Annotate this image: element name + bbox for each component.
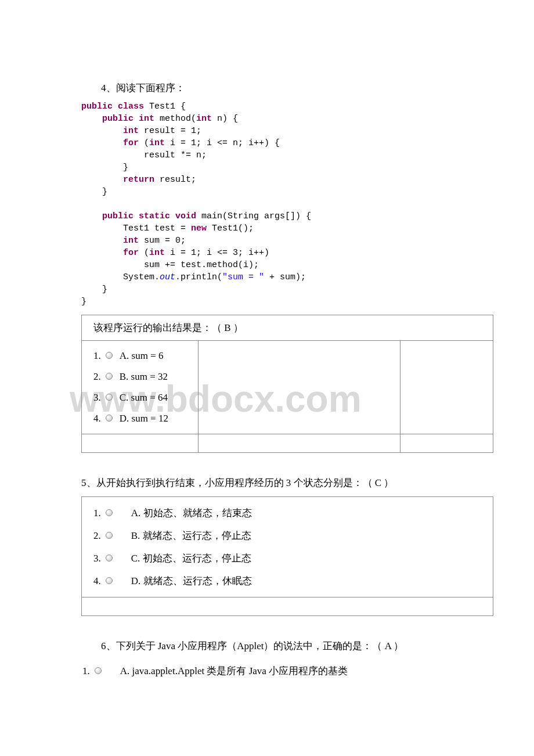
code-text: ( — [139, 248, 149, 258]
option-number: 4. — [93, 575, 101, 587]
kw-public: public — [81, 102, 113, 111]
radio-icon[interactable] — [106, 352, 113, 359]
q5-title: 5、从开始执行到执行结束，小应用程序经历的 3 个状态分别是：（ C ） — [81, 476, 493, 489]
code-text: + sum); — [264, 272, 306, 282]
kw-int: int — [123, 126, 139, 136]
code-text: ( — [139, 138, 149, 148]
empty-cell — [198, 341, 400, 434]
kw-for: for — [123, 248, 139, 258]
code-text: } — [81, 285, 107, 294]
radio-icon[interactable] — [106, 532, 113, 539]
empty-cell — [82, 434, 198, 452]
q5-footer-row — [82, 597, 493, 615]
q5-option-b[interactable]: 2. B. 就绪态、运行态，停止态 — [93, 524, 487, 547]
option-label: C. 初始态、运行态，停止态 — [120, 552, 251, 565]
q4-option-a[interactable]: 1. A. sum = 6 — [93, 345, 186, 366]
kw-return: return — [123, 175, 154, 185]
q4-footer-row — [82, 434, 493, 452]
radio-icon[interactable] — [106, 555, 113, 561]
kw-public: public — [102, 114, 134, 124]
option-number: 3. — [93, 553, 101, 564]
option-number: 2. — [93, 371, 101, 383]
q5-option-d[interactable]: 4. D. 就绪态、运行态，休眠态 — [93, 570, 487, 592]
code-text: n) { — [212, 114, 238, 124]
code-string: "sum = " — [222, 272, 264, 282]
q6-option-a[interactable]: 1. A. java.applet.Applet 类是所有 Java 小应用程序… — [81, 660, 493, 682]
kw-static: static — [139, 211, 170, 221]
code-block: public class Test1 { public int method(i… — [81, 100, 493, 308]
option-number: 1. — [93, 350, 101, 362]
code-text: sum = 0; — [139, 236, 186, 246]
code-text: result *= n; — [81, 150, 207, 160]
q5-option-a[interactable]: 1. A. 初始态、就绪态，结束态 — [93, 502, 487, 524]
code-text: Test1 { — [144, 102, 186, 111]
option-number: 1. — [82, 665, 90, 677]
q4-option-d[interactable]: 4. D. sum = 12 — [93, 408, 186, 429]
radio-icon[interactable] — [95, 667, 102, 674]
radio-icon[interactable] — [106, 373, 113, 380]
option-number: 3. — [93, 392, 101, 404]
empty-cell — [400, 434, 493, 452]
radio-icon[interactable] — [106, 509, 113, 516]
option-label: B. sum = 32 — [120, 371, 168, 383]
code-text: } — [81, 163, 128, 172]
kw-void: void — [175, 211, 196, 221]
q4-answer-box: 该程序运行的输出结果是：（ B ） 1. A. sum = 6 2. B. su… — [81, 315, 493, 453]
kw-int: int — [139, 114, 154, 124]
option-number: 4. — [93, 413, 101, 424]
q5-answer-box: 1. A. 初始态、就绪态，结束态 2. B. 就绪态、运行态，停止态 3. C… — [81, 496, 493, 616]
radio-icon[interactable] — [106, 415, 113, 422]
code-text: result; — [154, 175, 196, 185]
code-text: Test1 test = — [81, 224, 191, 233]
q4-option-b[interactable]: 2. B. sum = 32 — [93, 366, 186, 387]
code-text: .println( — [175, 272, 222, 282]
option-label: D. sum = 12 — [120, 413, 168, 424]
q4-option-c[interactable]: 3. C. sum = 64 — [93, 387, 186, 408]
empty-cell — [400, 341, 493, 434]
q6-title: 6、下列关于 Java 小应用程序（Applet）的说法中，正确的是：（ A ） — [81, 639, 493, 653]
kw-int: int — [196, 114, 212, 124]
option-number: 2. — [93, 530, 101, 542]
option-label: A. 初始态、就绪态，结束态 — [120, 506, 252, 520]
kw-for: for — [123, 138, 139, 148]
kw-int: int — [123, 236, 139, 246]
radio-icon[interactable] — [106, 577, 113, 584]
code-text: i = 1; i <= 3; i++) — [165, 248, 269, 258]
code-text: sum += test.method(i); — [81, 260, 259, 270]
kw-class: class — [118, 102, 144, 111]
option-label: A. sum = 6 — [120, 350, 164, 362]
code-out: out — [160, 272, 175, 282]
kw-new: new — [191, 224, 207, 233]
option-number: 1. — [93, 507, 101, 519]
code-text: } — [81, 297, 86, 307]
code-text: result = 1; — [139, 126, 201, 136]
q4-title: 4、阅读下面程序： — [81, 81, 493, 95]
empty-cell — [198, 434, 400, 452]
code-text: main(String args[]) { — [196, 211, 311, 221]
option-label: C. sum = 64 — [120, 392, 168, 404]
q5-option-c[interactable]: 3. C. 初始态、运行态，停止态 — [93, 547, 487, 570]
code-text: } — [81, 187, 107, 197]
radio-icon[interactable] — [106, 394, 113, 401]
kw-int: int — [149, 138, 165, 148]
code-text: i = 1; i <= n; i++) { — [165, 138, 280, 148]
option-label: A. java.applet.Applet 类是所有 Java 小应用程序的基类 — [109, 664, 348, 678]
code-text: method( — [154, 114, 196, 124]
option-label: D. 就绪态、运行态，休眠态 — [120, 574, 252, 588]
code-text: Test1(); — [207, 224, 254, 233]
kw-int: int — [149, 248, 165, 258]
q4-result-line: 该程序运行的输出结果是：（ B ） — [82, 315, 493, 341]
code-text: System. — [81, 272, 160, 282]
option-label: B. 就绪态、运行态，停止态 — [120, 529, 251, 542]
kw-public: public — [102, 211, 134, 221]
